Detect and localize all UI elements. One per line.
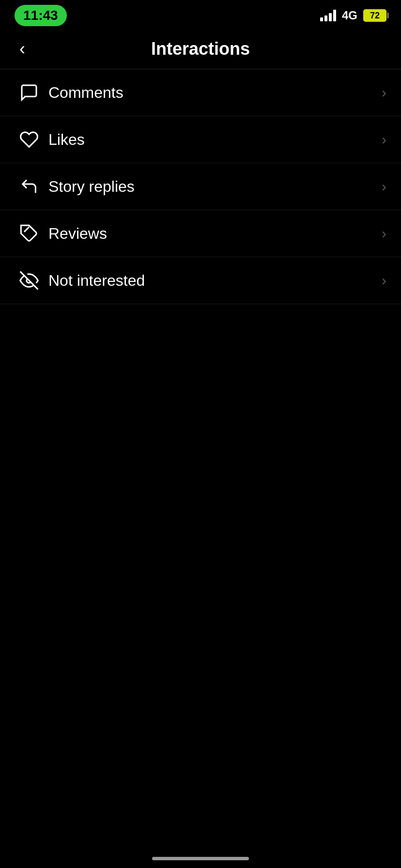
- menu-item-comments[interactable]: Comments ›: [0, 69, 401, 116]
- likes-label: Likes: [44, 131, 382, 149]
- battery-icon: 72: [363, 9, 386, 22]
- signal-bars: [320, 10, 336, 21]
- chevron-right-icon: ›: [382, 85, 386, 100]
- menu-item-likes[interactable]: Likes ›: [0, 116, 401, 163]
- home-indicator: [152, 857, 249, 860]
- tag-icon: [15, 224, 44, 243]
- back-arrow-icon: ‹: [19, 40, 25, 58]
- menu-item-reviews[interactable]: Reviews ›: [0, 210, 401, 257]
- status-time: 11:43: [15, 5, 67, 26]
- reviews-label: Reviews: [44, 225, 382, 243]
- comment-icon: [15, 83, 44, 102]
- signal-bar-3: [329, 13, 332, 21]
- page-title: Interactions: [151, 39, 250, 59]
- signal-bar-4: [333, 10, 336, 21]
- comments-label: Comments: [44, 84, 382, 102]
- nav-bar: ‹ Interactions: [0, 29, 401, 69]
- battery: 72: [363, 9, 386, 22]
- not-interested-label: Not interested: [44, 272, 382, 290]
- network-label: 4G: [342, 9, 357, 22]
- signal-bar-2: [324, 16, 327, 21]
- menu-list: Comments › Likes › Story replies ›: [0, 69, 401, 304]
- status-right: 4G 72: [320, 9, 386, 22]
- menu-item-story-replies[interactable]: Story replies ›: [0, 163, 401, 210]
- status-bar: 11:43 4G 72: [0, 0, 401, 29]
- back-button[interactable]: ‹: [15, 35, 30, 62]
- reply-icon: [15, 177, 44, 196]
- eye-off-icon: [15, 271, 44, 290]
- story-replies-label: Story replies: [44, 178, 382, 196]
- heart-icon: [15, 130, 44, 149]
- chevron-right-icon: ›: [382, 226, 386, 241]
- chevron-right-icon: ›: [382, 132, 386, 147]
- chevron-right-icon: ›: [382, 179, 386, 194]
- signal-bar-1: [320, 17, 323, 21]
- menu-item-not-interested[interactable]: Not interested ›: [0, 257, 401, 304]
- chevron-right-icon: ›: [382, 273, 386, 288]
